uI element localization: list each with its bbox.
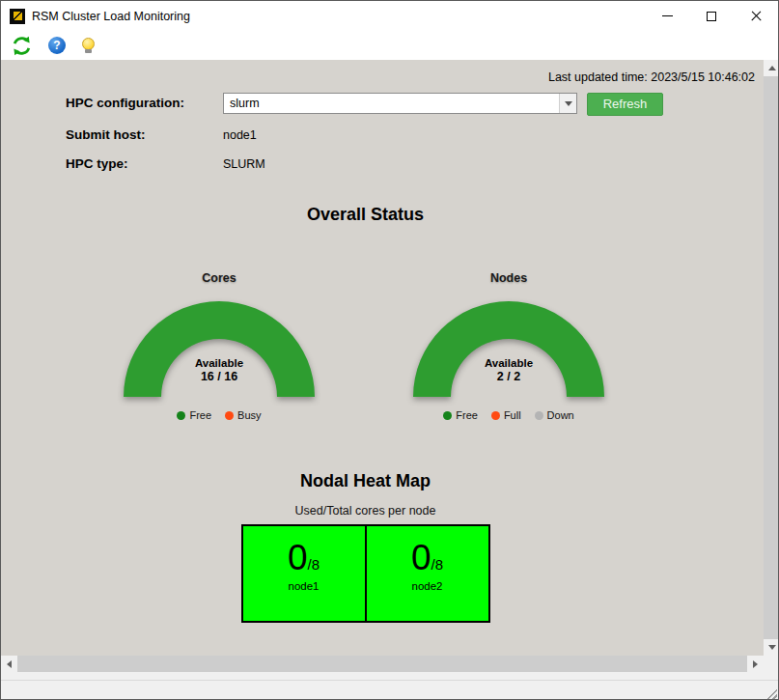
lower-strip: [1, 672, 778, 680]
legend-label: Busy: [237, 409, 261, 421]
scroll-down-button[interactable]: [764, 639, 779, 656]
legend-label: Free: [189, 409, 211, 421]
horizontal-scrollbar[interactable]: [1, 656, 764, 672]
nodes-gauge-legend: Free Full Down: [407, 409, 610, 421]
hpc-configuration-value: slurm: [224, 97, 559, 110]
scrollbar-corner: [764, 656, 779, 672]
nodes-gauge: Nodes Available 2 / 2 Free Full: [407, 271, 610, 428]
legend-item-free: Free: [443, 409, 478, 421]
node2-total-cores: /8: [431, 556, 444, 573]
minimize-button[interactable]: [645, 1, 689, 31]
refresh-arrows-icon: [12, 36, 32, 56]
node1-total-cores: /8: [308, 556, 320, 573]
heat-map-cell-node1: 0/8 node1: [241, 524, 367, 623]
last-updated-time: Last updated time: 2023/5/15 10:46:02: [548, 70, 755, 84]
node2-usage: 0/8: [411, 540, 443, 575]
arrow-up-icon: [768, 66, 776, 70]
overall-status-title: Overall Status: [1, 205, 730, 225]
nodes-available-value: 2 / 2: [407, 370, 610, 385]
nodes-gauge-title: Nodes: [407, 271, 610, 285]
down-dot-icon: [535, 411, 543, 420]
submit-host-value: node1: [223, 128, 257, 142]
legend-item-down: Down: [535, 409, 574, 421]
arrow-right-icon: [753, 660, 758, 668]
hpc-configuration-label: HPC configuration:: [66, 96, 184, 110]
arrow-left-icon: [7, 660, 12, 668]
lightbulb-icon: [82, 38, 95, 53]
hint-button[interactable]: [82, 38, 95, 53]
help-icon: ?: [48, 37, 66, 54]
vertical-scrollbar[interactable]: [764, 60, 779, 656]
window-controls: [645, 1, 778, 31]
title-bar: RSM Cluster Load Monitoring: [1, 1, 778, 31]
main-content: Last updated time: 2023/5/15 10:46:02 HP…: [1, 60, 764, 656]
full-dot-icon: [491, 411, 500, 420]
refresh-icon-button[interactable]: [12, 36, 32, 56]
cores-available-value: 16 / 16: [118, 370, 320, 385]
legend-label: Full: [504, 409, 521, 421]
legend-label: Free: [456, 409, 478, 421]
hpc-type-label: HPC type:: [66, 156, 128, 171]
legend-item-full: Full: [491, 409, 521, 421]
nodes-gauge-center-text: Available 2 / 2: [407, 356, 610, 385]
cores-gauge-center-text: Available 16 / 16: [118, 356, 320, 385]
node2-name: node2: [412, 580, 443, 592]
node1-usage: 0/8: [288, 540, 320, 575]
legend-item-busy: Busy: [225, 409, 261, 421]
app-window: RSM Cluster Load Monitoring ?: [0, 0, 779, 700]
scroll-right-button[interactable]: [747, 656, 764, 672]
heat-map-title: Nodal Heat Map: [1, 471, 730, 491]
heat-map-cell-node2: 0/8 node2: [365, 524, 490, 623]
node1-used-cores: 0: [288, 538, 308, 577]
refresh-button[interactable]: Refresh: [587, 93, 663, 116]
chevron-down-icon: [565, 101, 572, 106]
window-title: RSM Cluster Load Monitoring: [32, 10, 190, 23]
free-dot-icon: [177, 411, 185, 420]
status-bar: [1, 680, 778, 700]
app-icon: [10, 9, 25, 24]
combo-dropdown-button[interactable]: [559, 94, 576, 113]
arrow-down-icon: [768, 645, 776, 650]
close-button[interactable]: [734, 1, 778, 31]
scroll-up-button[interactable]: [764, 60, 779, 76]
free-dot-icon: [443, 411, 452, 420]
scroll-left-button[interactable]: [1, 656, 17, 672]
hpc-type-value: SLURM: [223, 157, 265, 171]
submit-host-label: Submit host:: [66, 127, 146, 142]
nodal-heat-map: 0/8 node1 0/8 node2: [1, 524, 730, 623]
lightbulb-base: [85, 49, 92, 53]
app-logo-glyph: [14, 12, 22, 20]
hpc-configuration-select[interactable]: slurm: [223, 93, 577, 114]
help-button[interactable]: ?: [48, 37, 66, 54]
toolbar: ?: [1, 31, 778, 60]
maximize-button[interactable]: [689, 1, 734, 31]
legend-item-free: Free: [177, 409, 211, 421]
busy-dot-icon: [225, 411, 234, 420]
close-icon: [750, 10, 763, 22]
node1-name: node1: [289, 580, 320, 592]
node2-used-cores: 0: [411, 538, 431, 577]
cores-gauge-title: Cores: [118, 271, 320, 285]
cores-gauge-legend: Free Busy: [118, 409, 320, 421]
minimize-icon: [662, 15, 673, 17]
legend-label: Down: [547, 409, 574, 421]
nodes-available-label: Available: [407, 356, 610, 370]
heat-map-subtitle: Used/Total cores per node: [1, 504, 730, 518]
cores-gauge: Cores Available 16 / 16 Free Busy: [118, 271, 320, 428]
maximize-icon: [707, 12, 716, 21]
cores-available-label: Available: [118, 356, 320, 370]
resize-grip[interactable]: [765, 687, 777, 700]
vertical-scroll-thumb[interactable]: [764, 76, 779, 639]
horizontal-scroll-thumb[interactable]: [17, 656, 747, 672]
